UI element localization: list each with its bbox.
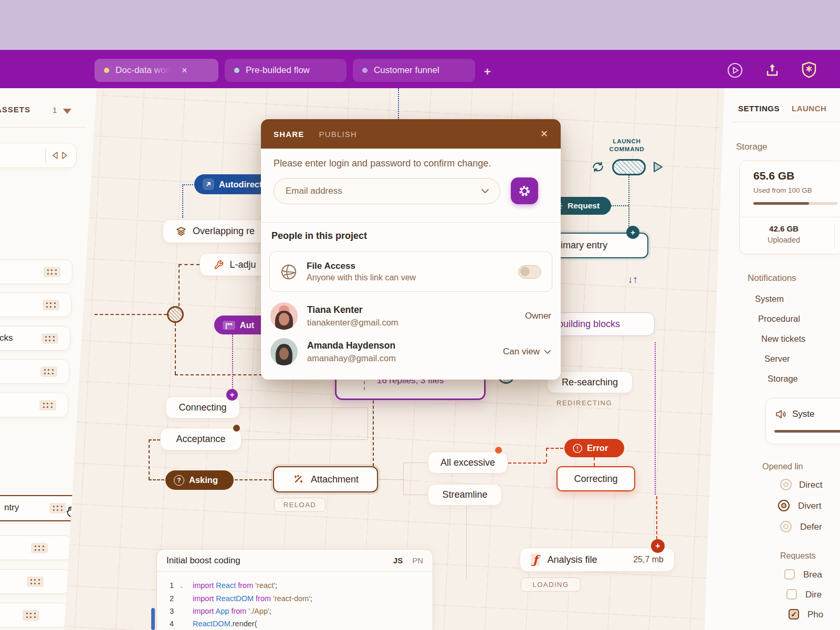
line-number: 3: [165, 605, 174, 617]
node-asking[interactable]: ? Asking: [165, 470, 234, 490]
play-circle-icon[interactable]: [727, 62, 743, 78]
system-sound-slider[interactable]: [774, 430, 840, 433]
assets-nav-card[interactable]: [0, 143, 77, 168]
modal-tab-publish[interactable]: PUBLISH: [319, 130, 358, 139]
add-tab-button[interactable]: +: [484, 65, 491, 79]
share-modal-header: SHARE PUBLISH ✕: [261, 119, 561, 149]
line-number: 2: [165, 592, 174, 605]
code-card[interactable]: Initial boost coding JS PN 1 ⌄ import Re…: [156, 549, 433, 630]
node-error[interactable]: Error: [564, 439, 624, 457]
asset-list-item[interactable]: [0, 603, 68, 627]
node-all-excessive[interactable]: All excessive: [428, 452, 508, 474]
tab-customer-funnel[interactable]: Customer funnel: [353, 59, 475, 82]
drag-handle-icon[interactable]: [44, 267, 60, 277]
modal-tab-share[interactable]: SHARE: [274, 130, 304, 139]
sort-icon[interactable]: ↓↑: [628, 274, 638, 286]
sidebar-item-system[interactable]: System: [755, 294, 784, 304]
prev-next-icons[interactable]: [51, 151, 69, 160]
avatar: [270, 338, 298, 365]
checkbox-pho[interactable]: ✓: [789, 609, 799, 620]
play-triangle-icon[interactable]: [652, 161, 664, 173]
asset-list-item[interactable]: [0, 359, 69, 384]
asset-list-item[interactable]: [0, 393, 68, 417]
upload-icon[interactable]: [765, 62, 780, 78]
person-role-dropdown[interactable]: Can view: [503, 346, 551, 357]
asset-list-item[interactable]: [0, 569, 70, 594]
chevron-down-icon[interactable]: [63, 109, 71, 114]
node-overlapping[interactable]: Overlapping re: [163, 219, 268, 243]
connector-red-excessive-h: [508, 463, 546, 464]
node-l-adjust[interactable]: L-adju: [200, 253, 270, 276]
asset-list-item[interactable]: [0, 536, 72, 560]
radio-direct[interactable]: [780, 479, 792, 490]
asset-list-item[interactable]: [0, 259, 72, 284]
people-heading: People in this project: [271, 230, 367, 242]
sidebar-item-procedural[interactable]: Procedural: [758, 314, 800, 324]
code-badge-pn[interactable]: PN: [412, 556, 423, 565]
storage-bar-fill: [753, 202, 809, 205]
line-number: 1: [165, 579, 174, 592]
refresh-icon[interactable]: [591, 160, 605, 174]
sidebar-tab-settings[interactable]: SETTINGS: [738, 104, 780, 113]
code-body: 1 ⌄ import React from 'react'; 2 import …: [157, 572, 433, 630]
code-badge-js[interactable]: JS: [393, 556, 403, 565]
avatar: [270, 302, 298, 330]
node-streamline[interactable]: Streamline: [428, 484, 502, 506]
asset-list-item[interactable]: [0, 292, 71, 317]
checkbox-dire[interactable]: [786, 589, 797, 600]
drag-handle-icon[interactable]: [43, 300, 59, 310]
sidebar-item-new-tickets[interactable]: New tickets: [761, 334, 805, 344]
drag-handle-icon[interactable]: [23, 610, 39, 621]
launch-command-line1: LAUNCH: [603, 138, 651, 145]
asset-list-item[interactable]: cks: [0, 326, 70, 351]
sidebar-tab-launch[interactable]: LAUNCH: [792, 104, 826, 113]
sidebar-item-storage[interactable]: Storage: [768, 374, 798, 384]
drag-handle-icon[interactable]: [39, 400, 56, 411]
connector-brown-left-h: [94, 314, 167, 315]
launch-hatch-pill[interactable]: [612, 159, 646, 175]
collapse-chevron-icon[interactable]: ⌄: [179, 580, 187, 592]
storage-uploaded-col: 42.6 GB Uploaded: [740, 224, 828, 244]
assets-panel-title: ASSETS: [0, 105, 30, 114]
checkbox-brea-label: Brea: [803, 570, 822, 580]
node-correcting[interactable]: Correcting: [556, 466, 635, 491]
tab-doc-data-work[interactable]: Doc-data work ✕: [94, 59, 218, 82]
file-access-toggle[interactable]: [518, 265, 541, 279]
plus-badge-red[interactable]: +: [651, 539, 665, 553]
checkbox-brea[interactable]: [784, 569, 795, 580]
password-chip-icon: |**: [223, 321, 235, 330]
node-attachment[interactable]: Attachment: [273, 466, 378, 492]
reload-tag: RELOAD: [274, 498, 326, 512]
hatch-node-brown[interactable]: [167, 306, 184, 323]
system-sound-card: Syste: [765, 398, 840, 444]
drag-handle-icon[interactable]: [27, 576, 44, 587]
drag-handle-icon[interactable]: [41, 333, 58, 344]
connector-teal-request-h: [611, 205, 628, 206]
divider: [834, 223, 835, 249]
node-acceptance[interactable]: Acceptance: [160, 428, 242, 450]
asset-entry-label: ntry: [4, 502, 19, 513]
shield-star-icon[interactable]: [801, 61, 817, 78]
settings-gear-button[interactable]: [511, 177, 538, 204]
node-analysis-file-label: Analysis file: [547, 554, 597, 565]
sidebar-item-server[interactable]: Server: [764, 354, 790, 364]
radio-defer-label: Defer: [800, 522, 822, 532]
email-field[interactable]: [274, 178, 500, 204]
plus-badge-purple[interactable]: +: [226, 389, 238, 401]
chevron-down-icon[interactable]: [481, 188, 489, 194]
dot-badge-orange: [495, 447, 502, 454]
launch-command-line2: COMMAND: [603, 145, 651, 153]
desktop-band: [0, 0, 840, 50]
node-analysis-file[interactable]: ƒ Analysis file 25,7 mb: [520, 548, 675, 572]
email-input[interactable]: [285, 185, 481, 197]
radio-defer[interactable]: [780, 521, 792, 532]
drag-handle-icon[interactable]: [31, 543, 48, 553]
close-icon[interactable]: ✕: [540, 128, 548, 140]
code-selection-handle[interactable]: [151, 608, 155, 630]
tab-pre-builded-flow[interactable]: Pre-builded flow: [225, 59, 346, 82]
person-row: Tiana Kenter tianakenter@gmail.com Owner: [270, 300, 551, 332]
close-icon[interactable]: ✕: [182, 66, 188, 75]
drag-handle-icon[interactable]: [40, 366, 57, 377]
plus-badge-teal[interactable]: +: [626, 226, 639, 239]
radio-divert[interactable]: [778, 500, 790, 511]
